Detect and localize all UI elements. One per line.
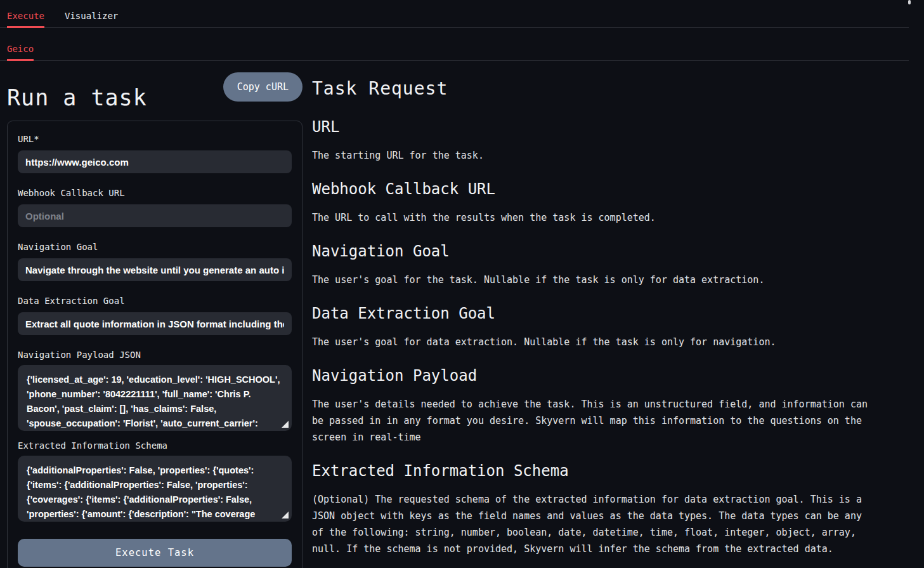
doc-heading-extracted-schema: Extracted Information Schema (312, 462, 909, 480)
navigation-payload-label: Navigation Payload JSON (18, 350, 292, 360)
doc-heading-navigation-payload: Navigation Payload (312, 367, 909, 385)
resize-handle-icon[interactable] (282, 512, 289, 518)
execute-task-button[interactable]: Execute Task (18, 539, 292, 567)
page-title: Run a task (7, 85, 147, 110)
doc-body-url: The starting URL for the task. (312, 147, 876, 164)
data-extraction-goal-label: Data Extraction Goal (18, 296, 292, 306)
extracted-schema-label: Extracted Information Schema (18, 440, 292, 451)
webhook-callback-url-input[interactable] (18, 204, 292, 227)
sub-tabbar-divider (0, 60, 909, 61)
tab-visualizer[interactable]: Visualizer (65, 10, 118, 27)
doc-body-data-extraction-goal: The user's goal for data extraction. Nul… (312, 334, 876, 350)
url-input[interactable] (18, 150, 292, 173)
docs-title: Task Request (312, 77, 909, 100)
navigation-goal-input[interactable] (18, 258, 292, 281)
task-form-column: Run a task Copy cURL URL* Webhook Callba… (7, 72, 303, 568)
doc-heading-url: URL (312, 118, 909, 136)
vertical-scrollbar-thumb[interactable] (908, 0, 911, 4)
doc-body-navigation-goal: The user's goal for the task. Nullable i… (312, 272, 876, 288)
doc-body-webhook: The URL to call with the results when th… (312, 209, 876, 226)
resize-handle-icon[interactable] (282, 421, 289, 428)
navigation-payload-textarea[interactable]: {'licensed_at_age': 19, 'education_level… (18, 365, 292, 431)
navigation-goal-label: Navigation Goal (18, 242, 292, 252)
copy-curl-button[interactable]: Copy cURL (223, 72, 303, 102)
tab-geico[interactable]: Geico (7, 43, 34, 60)
task-form-card: URL* Webhook Callback URL Navigation Goa… (7, 121, 303, 568)
task-request-docs: Task Request URL The starting URL for th… (312, 72, 909, 568)
url-label: URL* (18, 134, 292, 144)
webhook-label: Webhook Callback URL (18, 188, 292, 198)
sub-tabbar: Geico (0, 28, 909, 61)
doc-body-extracted-schema: (Optional) The requested schema of the e… (312, 491, 876, 557)
doc-body-navigation-payload: The user's details needed to achieve the… (312, 396, 876, 446)
extracted-schema-textarea[interactable]: {'additionalProperties': False, 'propert… (18, 456, 292, 522)
top-tabbar: Execute Visualizer (0, 0, 909, 28)
app-root: Execute Visualizer Geico Run a task Copy… (0, 0, 909, 568)
tab-execute[interactable]: Execute (7, 10, 44, 27)
doc-heading-webhook: Webhook Callback URL (312, 180, 909, 198)
doc-heading-navigation-goal: Navigation Goal (312, 242, 909, 260)
data-extraction-goal-input[interactable] (18, 312, 292, 335)
doc-heading-data-extraction-goal: Data Extraction Goal (312, 305, 909, 322)
